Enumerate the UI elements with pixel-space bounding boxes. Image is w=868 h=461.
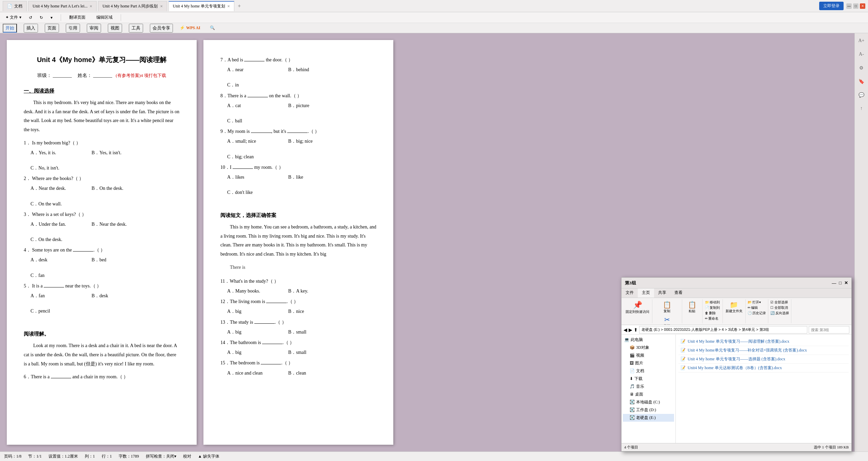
question-2: 2． Where are the books?（ ） A．Near the de… xyxy=(24,174,180,208)
ribbon-start[interactable]: 开始 xyxy=(3,24,17,33)
tab-1-close[interactable]: ✕ xyxy=(90,4,92,8)
fm-path-input[interactable] xyxy=(639,326,807,334)
fm-copy-btn[interactable]: 📋 复制 xyxy=(662,300,672,314)
more-btn[interactable]: ▾ xyxy=(48,15,55,21)
delete-btn[interactable]: 🗑 删除 xyxy=(705,311,720,316)
select-none-btn[interactable]: ☐ 全部取消 xyxy=(770,305,789,310)
q14-optB: B．small xyxy=(288,348,342,357)
open-btn[interactable]: 📂 打开▾ xyxy=(748,300,766,305)
tab-2[interactable]: Unit 4 My home Part A 同步练划 ✕ xyxy=(98,1,167,11)
fm-forward-btn[interactable]: ▶ xyxy=(629,327,632,333)
fm-paste-btn[interactable]: 📋 粘贴 xyxy=(687,300,697,314)
passage3: This is my home. You can see a bedroom, … xyxy=(220,223,376,259)
move-to-btn[interactable]: 📁 移动到 xyxy=(705,300,720,305)
select-all-btn[interactable]: ☑ 全部选择 xyxy=(770,300,789,305)
section1-title: 一、阅读选择 xyxy=(24,86,180,96)
fm-tab-file[interactable]: 文件 xyxy=(622,288,638,298)
q10-options: A．likes B．like C．don't like xyxy=(227,173,376,197)
login-button[interactable]: 立即登录 xyxy=(819,2,844,10)
fm-tab-home[interactable]: 主页 xyxy=(638,288,654,298)
fm-tree-download[interactable]: ⬇下载 xyxy=(623,375,674,383)
ribbon-page[interactable]: 页面 xyxy=(45,24,59,33)
file-name-3: Unit 4 My home 单元专项复习——选择题 (含答案).docx xyxy=(688,356,785,362)
file-menu-btn[interactable]: ✦ 文件 ▾ xyxy=(3,14,24,21)
fm-back-btn[interactable]: ◀ xyxy=(624,327,627,333)
q4-num: 4． xyxy=(24,247,31,253)
q5-optB: B．desk xyxy=(92,292,146,300)
q12-optB: B．nice xyxy=(288,307,342,316)
fm-close[interactable]: ✕ xyxy=(844,280,848,286)
q3-text: Where is a set of keys?（ ） xyxy=(32,212,86,217)
maximize-button[interactable]: □ xyxy=(853,3,859,9)
tab-doc-icon: 📄 xyxy=(7,4,12,9)
fm-tree-3d[interactable]: 📦3D对象 xyxy=(623,344,674,352)
ribbon-review[interactable]: 审阅 xyxy=(87,24,101,33)
file-item-2[interactable]: 📝 Unit 4 My home单元专项复习——补全对话+强调填充 (含答案).… xyxy=(678,346,849,355)
sidebar-zoom-out[interactable]: A- xyxy=(857,49,866,59)
font-warning[interactable]: ▲ 缺失字体 xyxy=(198,454,219,459)
fm-search-input[interactable] xyxy=(809,326,849,334)
q8-text: 8．There is a on the wall.（ ） xyxy=(220,93,302,98)
q8-optC: C．ball xyxy=(227,117,281,125)
fm-tab-share[interactable]: 共享 xyxy=(654,288,670,298)
rename-btn[interactable]: ✏ 重命名 xyxy=(705,316,720,321)
fm-tree-c[interactable]: 💽本地磁盘 (C:) xyxy=(623,398,674,406)
sidebar-zoom-in[interactable]: A+ xyxy=(857,36,866,45)
tab-doc[interactable]: 📄 文档 xyxy=(3,1,27,11)
q8-options: A．cat B．picture C．ball xyxy=(227,101,376,125)
sidebar-share[interactable]: ↑ xyxy=(857,104,866,113)
fm-quickaccess-btn[interactable]: 📌 固定到快速访问 xyxy=(625,300,650,315)
edit-area-btn[interactable]: 编辑区域 xyxy=(94,14,115,21)
copy-to-btn[interactable]: 📄 复制到 xyxy=(705,305,720,310)
edit-btn[interactable]: ✏ 编辑 xyxy=(748,305,766,310)
tab-3-close[interactable]: ✕ xyxy=(227,4,230,8)
file-item-1[interactable]: 📝 Unit 4 My home 单元专项复习——阅读理解 (含答案).docx xyxy=(678,337,849,346)
fm-cut-btn[interactable]: ✂ 剪切 xyxy=(663,315,671,325)
fm-tree-e[interactable]: 💽老硬盘 (E:) xyxy=(623,414,674,422)
search-icon[interactable]: 🔍 xyxy=(210,25,215,31)
ribbon-group-paste: 📋 粘贴 xyxy=(682,299,703,323)
name-label: 姓名： xyxy=(78,73,92,78)
tab-1[interactable]: Unit 4 My home Part A Let's lei... ✕ xyxy=(28,1,97,11)
history-btn[interactable]: 🕐 历史记录 xyxy=(748,311,766,316)
translate-btn[interactable]: 翻译页面 xyxy=(66,14,88,21)
fm-tree-video[interactable]: 🎬视频 xyxy=(623,352,674,359)
sidebar-settings[interactable]: ⚙ xyxy=(857,63,866,73)
ribbon-insert[interactable]: 插入 xyxy=(24,24,38,33)
fm-tree-desktop[interactable]: 🖥桌面 xyxy=(623,390,674,398)
redo-btn[interactable]: ↻ xyxy=(37,15,46,21)
invert-btn[interactable]: 🔄 反向选择 xyxy=(770,311,789,316)
q8-optB: B．picture xyxy=(288,101,342,110)
tab-3[interactable]: Unit 4 My home 单元专项复划 ✕ xyxy=(169,1,235,11)
minimize-button[interactable]: — xyxy=(846,3,852,9)
fm-tab-view[interactable]: 查看 xyxy=(670,288,687,298)
fm-minimize[interactable]: — xyxy=(832,280,836,286)
fm-tree-computer[interactable]: 💻此电脑 xyxy=(623,336,674,344)
fm-maximize[interactable]: □ xyxy=(839,280,842,286)
question-3: 3． Where is a set of keys?（ ） A．Under th… xyxy=(24,210,180,244)
q2-num: 2． xyxy=(24,176,31,181)
ribbon-ref[interactable]: 引用 xyxy=(66,24,80,33)
q14-options: A．big B．small xyxy=(227,348,376,357)
fm-tree-music[interactable]: 🎵音乐 xyxy=(623,383,674,390)
q14-text: 14．The bathroom is .（ ） xyxy=(220,340,294,345)
sidebar-bookmark[interactable]: 🔖 xyxy=(857,77,866,86)
fm-tree-d[interactable]: 💽工作盘 (D:) xyxy=(623,406,674,414)
file-item-3[interactable]: 📝 Unit 4 My home 单元专项复习——选择题 (含答案).docx xyxy=(678,355,849,364)
tab-add-btn[interactable]: + xyxy=(236,3,243,9)
tab-2-close[interactable]: ✕ xyxy=(160,4,163,8)
ribbon-tools[interactable]: 工具 xyxy=(129,24,143,33)
fm-new-folder-btn[interactable]: 📁 新建文件夹 xyxy=(725,300,743,314)
ribbon-view[interactable]: 视图 xyxy=(108,24,122,33)
undo-btn[interactable]: ↺ xyxy=(26,15,35,21)
question-9: 9．My room is , but it's .（ ） A．small; ni… xyxy=(220,127,376,161)
fm-tree-pic[interactable]: 🖼图片 xyxy=(623,359,674,367)
close-button[interactable]: ✕ xyxy=(860,3,865,9)
wps-ai-btn[interactable]: ⚡WPS AI xyxy=(180,25,200,31)
file-item-4[interactable]: 📝 Unit4 My home 单元达标测试卷（B卷）(含答案).docx xyxy=(678,364,849,373)
fm-tree-doc[interactable]: 📄文档 xyxy=(623,367,674,375)
sidebar-comment[interactable]: 💬 xyxy=(857,90,866,100)
spell-check[interactable]: 拼写检查：关闭▾ xyxy=(146,454,176,459)
fm-up-btn[interactable]: ⬆ xyxy=(634,327,638,333)
ribbon-member[interactable]: 会员专享 xyxy=(150,24,173,33)
